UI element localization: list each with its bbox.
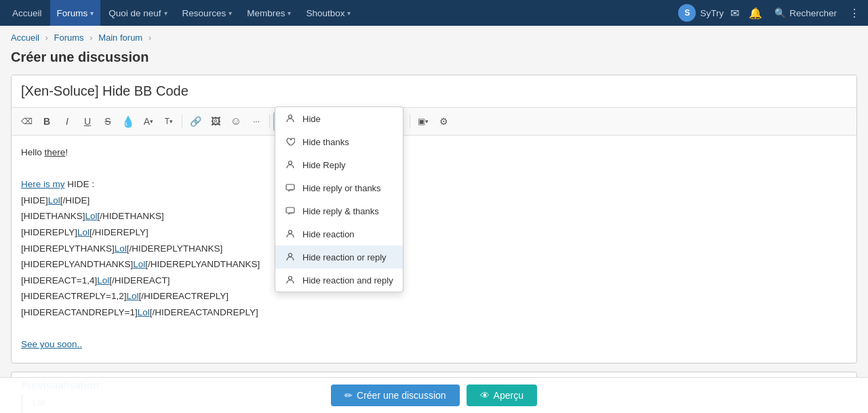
editor-line-hidereactreply: [HIDEREACTREPLY=1,2]Lol[/HIDEREACTREPLY] [21,289,847,304]
dropdown-hide-reaction-or-reply[interactable]: Hide reaction or reply [275,245,403,269]
nav-forums-label: Forums [57,8,88,18]
nav-forums[interactable]: Forums ▾ [50,0,101,26]
toolbar-strikethrough[interactable]: S [98,112,117,131]
chat-icon-2 [285,205,296,216]
editor-lol-4[interactable]: Lol [115,243,127,254]
nav-quoi-label: Quoi de neuf [108,8,161,18]
search-button[interactable]: 🔍 Rechercher [769,7,842,18]
dropdown-hide-reaction-label: Hide reaction [302,229,355,239]
breadcrumb-forums[interactable]: Forums [54,33,84,43]
editor-lol-2[interactable]: Lol [85,211,98,221]
more-icon[interactable]: ⋮ [846,4,863,22]
dropdown-hide-thanks[interactable]: Hide thanks [275,130,403,153]
toolbar-italic[interactable]: I [58,112,77,131]
breadcrumb-current[interactable]: Main forum [98,33,142,43]
dropdown-hide-reply-or-thanks-label: Hide reply or thanks [302,183,381,193]
thread-title-input[interactable] [12,75,856,108]
breadcrumb-sep-3: › [149,33,151,43]
nav-membres[interactable]: Membres ▾ [240,0,298,26]
editor-lol-3[interactable]: Lol [77,227,90,237]
svg-rect-4 [286,184,294,190]
nav-items: Accueil Forums ▾ Quoi de neuf ▾ Resource… [5,0,678,26]
toolbar-special[interactable]: ▣▾ [414,112,433,131]
toolbar-font-a[interactable]: A▾ [139,112,158,131]
svg-point-7 [289,254,292,257]
action-bar: ✏ Créer une discussion 👁 Aperçu [0,377,868,413]
editor-there: there [45,147,66,157]
editor-lol-7[interactable]: Lol [126,291,138,301]
editor-here-link[interactable]: Here is my [21,179,65,189]
hide-dropdown-menu: Hide Hide thanks Hide Reply Hide reply o… [275,106,403,292]
page-title: Créer une discussion [0,47,868,75]
pencil-icon: ✏ [344,390,353,401]
breadcrumb-sep-1: › [45,33,48,43]
nav-resources-label: Resources [182,8,226,18]
toolbar-image[interactable]: 🖼 [206,112,225,131]
breadcrumb-accueil[interactable]: Accueil [11,33,39,43]
nav-shoutbox-arrow: ▾ [347,9,351,17]
nav-resources[interactable]: Resources ▾ [176,0,239,26]
search-label: Rechercher [789,8,837,18]
editor-lol-5[interactable]: Lol [133,259,145,269]
dropdown-hide-thanks-label: Hide thanks [302,137,349,147]
nav-quoi-de-neuf[interactable]: Quoi de neuf ▾ [102,0,174,26]
avatar-initials: S [684,8,690,18]
toolbar-link[interactable]: 🔗 [186,112,205,131]
editor-toolbar: ⌫ B I U S 💧 A▾ T▾ 🔗 🖼 ☺ ··· ≡ ☰ ⊞ [12,108,856,136]
mail-icon[interactable]: ✉ [728,4,742,22]
editor-lol-1[interactable]: Lol [48,195,60,205]
create-discussion-label: Créer une discussion [357,390,446,401]
nav-accueil[interactable]: Accueil [5,0,49,26]
nav-shoutbox[interactable]: Shoutbox ▾ [299,0,357,26]
dropdown-hide-reply-and-thanks[interactable]: Hide reply & thanks [275,199,403,222]
editor-body[interactable]: Hello there! Here is my HIDE : [HIDE]Lol… [12,136,856,363]
username-label[interactable]: SyTry [700,8,724,18]
dropdown-hide-reply[interactable]: Hide Reply [275,153,403,176]
nav-accueil-label: Accueil [12,8,42,18]
toolbar-bold[interactable]: B [37,112,56,131]
svg-point-8 [289,277,292,280]
nav-forums-arrow: ▾ [90,9,94,17]
svg-rect-5 [286,208,294,213]
create-discussion-button[interactable]: ✏ Créer une discussion [331,385,460,406]
dropdown-hide-reaction[interactable]: Hide reaction [275,222,403,245]
svg-point-3 [289,161,292,165]
editor-lol-8[interactable]: Lol [138,307,150,317]
editor-line-hidereact: [HIDEREACT=1,4]Lol[/HIDEREACT] [21,273,847,288]
editor-line-1: Hello there! [21,145,847,160]
toolbar-underline[interactable]: U [78,112,97,131]
editor-line-hidereplyandthanks: [HIDEREPLYANDTHANKS]Lol[/HIDEREPLYANDTHA… [21,257,847,272]
dropdown-hide-reply-or-thanks[interactable]: Hide reply or thanks [275,176,403,199]
breadcrumb-sep-2: › [90,33,92,43]
search-icon: 🔍 [774,7,786,18]
dropdown-hide-reaction-and-reply[interactable]: Hide reaction and reply [275,269,403,292]
toolbar-settings[interactable]: ⚙ [434,112,453,131]
toolbar-eraser[interactable]: ⌫ [17,112,36,131]
editor-line-hidereplythanks: [HIDEREPLYTHANKS]Lol[/HIDEREPLYTHANKS] [21,241,847,256]
nav-shoutbox-label: Shoutbox [306,8,344,18]
preview-button[interactable]: 👁 Aperçu [467,385,537,406]
dropdown-hide[interactable]: Hide [275,107,403,130]
editor-lol-6[interactable]: Lol [97,275,109,286]
navbar-right: S SyTry ✉ 🔔 🔍 Rechercher ⋮ [678,4,863,22]
editor-seeyou: See you soon.. [21,337,847,352]
main-content: ⌫ B I U S 💧 A▾ T▾ 🔗 🖼 ☺ ··· ≡ ☰ ⊞ [0,75,868,413]
hide-reaction-icon [285,229,296,239]
toolbar-more[interactable]: ··· [247,112,266,131]
nav-quoi-arrow: ▾ [164,9,167,17]
eye-icon: 👁 [480,390,490,401]
hide-reaction-or-reply-icon [285,252,296,262]
editor-seeyou-link[interactable]: See you soon.. [21,339,82,349]
avatar[interactable]: S [678,4,696,22]
svg-point-6 [289,231,292,234]
toolbar-sep-1 [182,115,182,128]
heart-icon [285,136,296,147]
toolbar-color[interactable]: 💧 [119,112,138,131]
nav-resources-arrow: ▾ [229,9,232,17]
hide-person-icon [285,113,296,124]
dropdown-hide-reaction-or-reply-label: Hide reaction or reply [302,252,387,262]
preview-button-label: Aperçu [494,390,524,401]
toolbar-emoji[interactable]: ☺ [226,112,245,131]
toolbar-font-t[interactable]: T▾ [159,112,178,131]
bell-icon[interactable]: 🔔 [746,4,765,22]
